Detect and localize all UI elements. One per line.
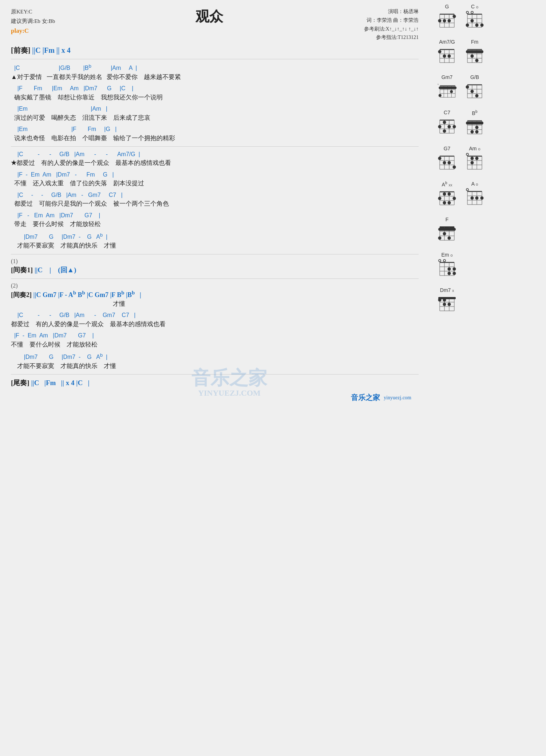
svg-point-135 [466, 189, 468, 191]
svg-text:x: x [438, 83, 439, 86]
chord-grid-C [464, 11, 485, 35]
chord-line-2: |F Fm |Em Am |Dm7 G |C | [11, 84, 419, 92]
svg-point-35 [443, 55, 446, 58]
chorus-lyric-4: 带走 要什么时候 才能放轻松 [11, 219, 419, 229]
diagram-group-4: C7 [437, 110, 485, 141]
chord-name-Fm: Fm [471, 39, 478, 45]
bridge-chord-1: |C - - G/B |Am - Gm7 C7 | [11, 311, 419, 319]
svg-point-131 [438, 197, 442, 200]
svg-point-70 [471, 90, 474, 93]
chorus-lyric-3: 都爱过 可能你只是我的一个观众 被一个两个三个角色 [11, 199, 419, 209]
svg-rect-45 [466, 50, 483, 53]
diagram-group-8: Em o [437, 252, 457, 283]
chord-name-G7: G7 [444, 146, 451, 151]
strum-pattern: 参考刷法:X↑_↓↑_↑↓ ↑_↓↑ [364, 25, 419, 33]
chorus-chord-4: |F - Em Am |Dm7 G7 | [11, 211, 419, 219]
svg-point-160 [443, 260, 446, 262]
chord-diagrams: G [430, 0, 546, 756]
outro-content: ||C |Fm || x 4 |C | [31, 379, 89, 387]
svg-point-83 [453, 125, 456, 128]
diagram-Gm7: Gm7 x [437, 74, 457, 105]
chorus-2: |C - - G/B |Am - Gm7 C7 | 都爱过 有的人爱的像是一个观… [11, 311, 419, 371]
diagram-group-6: Ab xx [437, 181, 485, 213]
svg-point-118 [471, 157, 474, 160]
svg-point-144 [471, 196, 474, 199]
chorus-lyric-2: 不懂 还入戏太重 借了位的失落 剧本没提过 [11, 179, 419, 188]
svg-point-34 [438, 50, 442, 54]
chorus-chord-3: |C - - G/B |Am - Gm7 C7 | [11, 191, 419, 199]
chord-grid-Am [464, 153, 485, 177]
lyric-line-2: 确实戴了墨镜 却想让你靠近 我想我还欠你一个说明 [11, 93, 419, 102]
chord-grid-Bb [464, 117, 485, 141]
svg-point-82 [448, 125, 451, 128]
svg-point-170 [453, 268, 456, 271]
svg-point-108 [453, 165, 456, 169]
diagram-Em: Em o [437, 252, 457, 283]
svg-point-8 [438, 19, 442, 23]
chord-name-Bb: Bb [472, 110, 478, 116]
original-key: 原KEY:C [11, 7, 55, 17]
chord-name-Em: Em o [441, 252, 452, 258]
verse-1: |C |G/B |Bb |Am A | ▲对于爱情 一直都关乎我的姓名 爱你不爱… [11, 63, 419, 143]
performer: 演唱：杨丞琳 [364, 7, 419, 16]
chord-grid-A [464, 188, 485, 212]
chorus-chord-1: |C - - G/B |Am - - Am7/G | [11, 150, 419, 158]
bridge-chord-2: |F - Em Am |Dm7 G7 | [11, 332, 419, 340]
svg-point-106 [443, 161, 446, 164]
chord-name-Gm7: Gm7 [442, 74, 452, 80]
chord-grid-G [437, 11, 457, 35]
chord-grid-Gm7: x [437, 81, 457, 105]
outro-bracket: [尾奏] [11, 379, 29, 387]
outro-section: [尾奏] ||C |Fm || x 4 |C | [11, 378, 419, 388]
svg-rect-93 [466, 122, 483, 124]
chord-grid-GB [464, 81, 485, 105]
footer-logo: 音乐之家 [351, 393, 380, 403]
chord-grid-Ab [437, 188, 457, 212]
svg-point-183 [443, 303, 446, 306]
chord-name-F: F [446, 217, 449, 222]
svg-point-80 [443, 121, 446, 124]
main-container: 原KEY:C 建议男调:Eb 女:Bb play:C 观众 演唱：杨丞琳 词：李… [0, 0, 546, 756]
lyric-line-3: 演过的可爱 喝醉失态 泪流下来 后来成了悲哀 [11, 113, 419, 123]
chord-name-GB: G/B [470, 74, 479, 80]
bridge-lyric-3: 才能不要寂寞 才能真的快乐 才懂 [11, 361, 419, 371]
interlude-2-section: (2) [间奏2] ||C Gm7 |F - Ab Bb |C Gm7 |F B… [11, 282, 419, 309]
chord-line-4: |Em |F Fm |G | [11, 125, 419, 133]
svg-point-105 [438, 157, 442, 160]
chorus-chord-5: |Dm7 G |Dm7 - G Ab | [11, 232, 419, 241]
chord-name-C: C o [471, 4, 478, 9]
divider-4 [11, 278, 419, 279]
diagram-G: G [437, 4, 457, 35]
interlude2-bracket: [间奏2] [11, 291, 32, 298]
svg-point-169 [448, 268, 451, 271]
svg-point-96 [475, 130, 479, 133]
diagram-C: C o [464, 4, 485, 35]
svg-point-21 [471, 11, 473, 13]
svg-point-156 [443, 232, 446, 235]
content-area: 原KEY:C 建议男调:Eb 女:Bb play:C 观众 演唱：杨丞琳 词：李… [0, 0, 430, 756]
svg-point-11 [453, 15, 456, 18]
chord-name-C7: C7 [444, 110, 450, 115]
svg-point-145 [475, 196, 479, 199]
svg-point-47 [475, 59, 479, 62]
diagram-Fm: Fm [464, 39, 485, 70]
diagram-Dm7: Dm7 x [437, 287, 457, 318]
svg-point-10 [448, 19, 451, 23]
diagram-Am: Am o [464, 146, 485, 177]
svg-point-71 [475, 94, 479, 98]
svg-point-159 [439, 260, 441, 262]
divider-2 [11, 146, 419, 147]
song-title: 观众 [55, 7, 364, 26]
diagram-group-7: F [437, 217, 457, 248]
fingering: 参考指法:T1213121 [364, 33, 419, 42]
chord-grid-Fm [464, 46, 485, 70]
diagram-group-2: Am7/G [437, 39, 485, 70]
chord-name-Ab: Ab xx [442, 181, 452, 187]
diagram-group-5: G7 [437, 146, 485, 177]
svg-point-69 [466, 86, 469, 89]
chord-grid-C7 [437, 116, 457, 140]
bridge-lyric-1: 都爱过 有的人爱的像是一个观众 最基本的感情戏也看 [11, 320, 419, 329]
svg-point-9 [443, 19, 446, 23]
interlude-1-section: (1) [间奏1] ||C | (回▲) [11, 258, 419, 275]
svg-point-24 [475, 24, 479, 27]
